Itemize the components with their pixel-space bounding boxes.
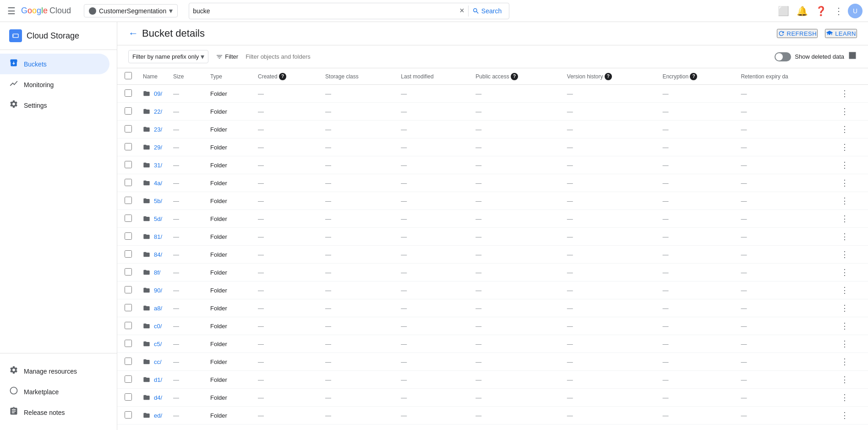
folder-link[interactable]: 4a/ [154, 180, 162, 187]
notifications-icon[interactable]: 🔔 [794, 3, 811, 19]
row-checkbox[interactable] [125, 89, 132, 97]
row-checkbox[interactable] [125, 393, 132, 401]
row-more-actions-button[interactable]: ⋮ [841, 357, 849, 366]
encryption-help-icon[interactable]: ? [690, 73, 697, 80]
public-access-help-icon[interactable]: ? [511, 73, 518, 80]
sidebar-item-marketplace[interactable]: Marketplace [0, 381, 109, 402]
folder-link[interactable]: 84/ [154, 251, 162, 258]
terminal-icon[interactable]: ⬜ [775, 3, 792, 19]
folder-link[interactable]: 22/ [154, 108, 162, 115]
row-more-actions-button[interactable]: ⋮ [841, 178, 849, 187]
filter-input[interactable] [246, 53, 771, 60]
version-history-help-icon[interactable]: ? [605, 73, 612, 80]
menu-icon[interactable]: ☰ [5, 4, 17, 18]
row-more-actions-button[interactable]: ⋮ [841, 250, 849, 259]
row-more-actions-button[interactable]: ⋮ [841, 303, 849, 313]
row-checkbox[interactable] [125, 107, 132, 115]
row-more-actions-button[interactable]: ⋮ [841, 411, 849, 420]
learn-button[interactable]: LEARN [825, 29, 857, 38]
folder-link[interactable]: 31/ [154, 162, 162, 169]
folder-link[interactable]: 09/ [154, 90, 162, 97]
row-checkbox[interactable] [125, 215, 132, 222]
row-more-actions-button[interactable]: ⋮ [841, 125, 849, 134]
row-checkbox[interactable] [125, 232, 132, 240]
row-more-actions-button[interactable]: ⋮ [841, 321, 849, 331]
folder-link[interactable]: c5/ [154, 341, 162, 347]
sidebar-item-buckets[interactable]: Buckets [0, 54, 109, 74]
row-last-modified-cell: — [395, 407, 470, 424]
row-more-actions-button[interactable]: ⋮ [841, 89, 849, 98]
filter-prefix-dropdown[interactable]: Filter by name prefix only ▾ [128, 50, 208, 63]
search-button[interactable]: Search [468, 6, 505, 17]
buckets-icon [9, 58, 18, 70]
folder-link[interactable]: 23/ [154, 126, 162, 133]
row-more-actions-button[interactable]: ⋮ [841, 107, 849, 116]
row-checkbox[interactable] [125, 161, 132, 168]
row-size-cell: — [168, 317, 205, 335]
refresh-button[interactable]: REFRESH [777, 29, 818, 38]
row-more-actions-button[interactable]: ⋮ [841, 214, 849, 223]
row-more-actions-button[interactable]: ⋮ [841, 160, 849, 170]
folder-link[interactable]: d1/ [154, 376, 162, 383]
created-help-icon[interactable]: ? [279, 73, 286, 80]
row-actions-cell: ⋮ [835, 335, 868, 353]
row-checkbox[interactable] [125, 197, 132, 204]
row-checkbox[interactable] [125, 250, 132, 258]
folder-link[interactable]: 29/ [154, 144, 162, 151]
row-more-actions-button[interactable]: ⋮ [841, 143, 849, 152]
row-checkbox[interactable] [125, 268, 132, 276]
folder-link[interactable]: a8/ [154, 305, 162, 312]
help-icon[interactable]: ❓ [813, 3, 830, 19]
row-checkbox[interactable] [125, 411, 132, 419]
marketplace-icon [9, 386, 18, 397]
clear-icon[interactable]: × [458, 6, 466, 16]
row-more-actions-button[interactable]: ⋮ [841, 268, 849, 277]
row-checkbox[interactable] [125, 322, 132, 329]
columns-icon[interactable] [848, 51, 857, 62]
row-more-actions-button[interactable]: ⋮ [841, 196, 849, 205]
row-checkbox[interactable] [125, 179, 132, 186]
sidebar-item-release-notes[interactable]: Release notes [0, 402, 109, 423]
row-checkbox[interactable] [125, 143, 132, 150]
folder-link[interactable]: 81/ [154, 233, 162, 240]
folder-link[interactable]: c0/ [154, 323, 162, 330]
row-actions-cell: ⋮ [835, 246, 868, 264]
row-storage-class-cell: — [320, 371, 395, 389]
filter-button[interactable]: Filter [212, 51, 242, 62]
show-deleted-toggle[interactable]: Show deleted data [775, 52, 844, 61]
toggle-switch[interactable] [775, 52, 791, 61]
folder-link[interactable]: 5d/ [154, 215, 162, 222]
project-selector[interactable]: CustomerSegmentation ▾ [84, 4, 178, 17]
select-all-checkbox[interactable] [125, 72, 132, 79]
folder-link[interactable]: ed/ [154, 412, 162, 419]
row-more-actions-button[interactable]: ⋮ [841, 339, 849, 348]
folder-link[interactable]: cc/ [154, 358, 162, 365]
sidebar-item-manage-resources[interactable]: Manage resources [0, 361, 109, 381]
folder-link[interactable]: d4/ [154, 394, 162, 401]
back-button[interactable]: ← [128, 28, 138, 39]
search-input[interactable] [193, 7, 458, 15]
row-more-actions-button[interactable]: ⋮ [841, 232, 849, 241]
sidebar-item-monitoring[interactable]: Monitoring [0, 74, 109, 95]
folder-link[interactable]: 5b/ [154, 198, 162, 204]
row-checkbox[interactable] [125, 375, 132, 383]
row-checkbox[interactable] [125, 358, 132, 365]
row-more-actions-button[interactable]: ⋮ [841, 393, 849, 402]
row-checkbox[interactable] [125, 340, 132, 347]
row-checkbox[interactable] [125, 286, 132, 293]
user-avatar[interactable]: U [848, 4, 863, 18]
row-last-modified-cell: — [395, 317, 470, 335]
row-checkbox[interactable] [125, 304, 132, 311]
row-public-access-cell: — [470, 299, 561, 317]
row-version-history-cell: — [562, 407, 657, 424]
row-more-actions-button[interactable]: ⋮ [841, 375, 849, 384]
row-public-access-cell: — [470, 192, 561, 210]
row-checkbox[interactable] [125, 125, 132, 132]
folder-link[interactable]: 90/ [154, 287, 162, 294]
row-type-cell: Folder [205, 281, 252, 299]
sidebar-item-settings[interactable]: Settings [0, 95, 109, 116]
folder-icon [143, 143, 150, 151]
folder-link[interactable]: 8f/ [154, 269, 160, 276]
more-options-icon[interactable]: ⋮ [831, 3, 846, 19]
row-more-actions-button[interactable]: ⋮ [841, 286, 849, 295]
